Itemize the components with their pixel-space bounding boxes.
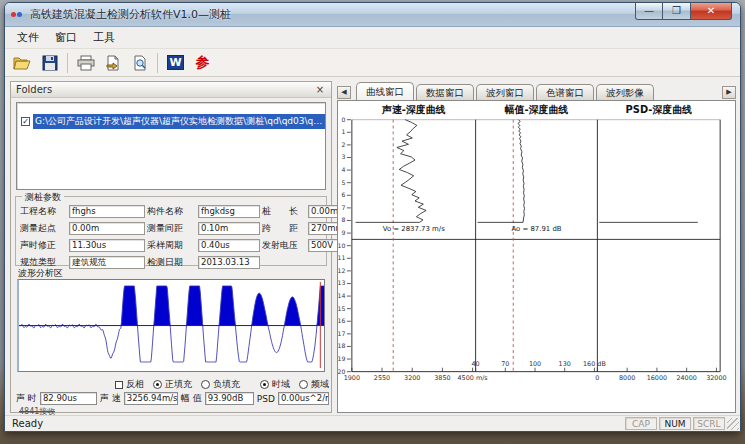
fill-negative-radio-circle[interactable] — [201, 380, 210, 389]
folder-item-label: G:\公司产品设计开发\超声仪器\超声仪实地检测数据\测桩\qd\qd03\qd… — [33, 114, 325, 129]
export-page-icon — [105, 55, 121, 71]
svg-text:4500 m/s: 4500 m/s — [458, 375, 489, 383]
waveform-svg — [19, 280, 324, 370]
svg-text:8: 8 — [342, 216, 346, 223]
reading-value-3[interactable]: 0.00us^2/m — [278, 392, 329, 405]
parameters-button[interactable]: 参 — [189, 51, 216, 75]
status-cell-scrl: SCRL — [693, 417, 725, 430]
resize-grip[interactable] — [727, 418, 739, 430]
folders-close-icon[interactable]: × — [314, 84, 326, 95]
app-icon — [11, 9, 25, 21]
clipped-status-text: 4841接收 — [19, 406, 55, 415]
menu-item-2[interactable]: 工具 — [85, 27, 123, 48]
print-preview-icon — [132, 55, 148, 71]
tab-0[interactable]: 曲线窗口 — [356, 82, 414, 100]
svg-text:Ao = 87.91 dB: Ao = 87.91 dB — [511, 225, 561, 233]
param-label-10: 检测日期 — [147, 256, 196, 269]
tab-3[interactable]: 色谱窗口 — [536, 84, 594, 100]
svg-text:5: 5 — [342, 179, 346, 186]
reading-value-2[interactable]: 93.90dB — [205, 392, 254, 405]
svg-text:0: 0 — [342, 116, 346, 123]
svg-text:100: 100 — [529, 360, 541, 368]
depth-charts-area[interactable]: 01234567891011121314151617181920声速-深度曲线1… — [337, 100, 736, 413]
tab-2[interactable]: 波列窗口 — [476, 84, 534, 100]
status-ready-text: Ready — [12, 418, 43, 429]
tab-1[interactable]: 数据窗口 — [416, 84, 474, 100]
tab-strip: ◀曲线窗口数据窗口波列窗口色谱窗口波列影像▶ — [337, 82, 736, 100]
folders-panel: Folders × ✓G:\公司产品设计开发\超声仪器\超声仪实地检测数据\测桩… — [10, 81, 332, 413]
parameters-icon: 参 — [196, 54, 210, 72]
reading-value-0[interactable]: 82.90us — [40, 392, 97, 405]
pile-parameters-title: 测桩参数 — [22, 191, 64, 204]
reading-value-1[interactable]: 3256.94m/s — [124, 392, 178, 405]
maximize-button[interactable]: ❐ — [663, 3, 690, 20]
preview-button[interactable] — [126, 51, 153, 75]
svg-text:19: 19 — [338, 355, 346, 362]
invert-checkbox[interactable]: 反相 — [115, 378, 144, 391]
svg-text:12: 12 — [338, 267, 346, 274]
word-export-button[interactable]: W — [162, 51, 189, 75]
param-value-1[interactable]: fhgkdsg — [198, 205, 260, 218]
time-domain-radio[interactable]: 时域 — [260, 378, 290, 391]
tab-4[interactable]: 波列影像 — [596, 84, 654, 100]
title-bar[interactable]: 高铁建筑混凝土检测分析软件V1.0—测桩 — ❐ ✕ — [5, 3, 740, 27]
export-button[interactable] — [99, 51, 126, 75]
param-value-10[interactable]: 2013.03.13 — [198, 256, 260, 269]
tab-scroll-right-icon[interactable]: ▶ — [722, 86, 736, 99]
svg-text:130: 130 — [559, 360, 571, 368]
time-domain-radio-circle[interactable] — [260, 380, 269, 389]
save-button[interactable] — [36, 51, 63, 75]
client-area: Folders × ✓G:\公司产品设计开发\超声仪器\超声仪实地检测数据\测桩… — [5, 79, 740, 415]
status-indicator-cells: CAPNUMSCRL — [625, 417, 725, 430]
folder-list-item[interactable]: ✓G:\公司产品设计开发\超声仪器\超声仪实地检测数据\测桩\qd\qd03\q… — [17, 114, 325, 128]
param-value-7[interactable]: 0.40us — [198, 239, 260, 252]
svg-text:PSD-深度曲线: PSD-深度曲线 — [626, 104, 693, 115]
display-options: 反相 正填充 负填充 时域 频域 — [115, 378, 329, 391]
freq-domain-radio[interactable]: 频域 — [299, 378, 329, 391]
menu-item-0[interactable]: 文件 — [9, 27, 47, 48]
item-checkbox[interactable]: ✓ — [21, 117, 30, 126]
fill-negative-label: 负填充 — [213, 378, 240, 391]
waveform-box[interactable] — [17, 279, 325, 372]
fill-positive-radio-circle[interactable] — [153, 380, 162, 389]
param-value-4[interactable]: 0.10m — [198, 222, 260, 235]
svg-text:11: 11 — [338, 254, 346, 261]
status-cell-cap: CAP — [625, 417, 657, 430]
menu-item-1[interactable]: 窗口 — [47, 27, 85, 48]
param-label-8: 发射电压 — [262, 239, 306, 252]
invert-checkbox-box[interactable] — [115, 381, 123, 389]
menu-bar: 文件窗口工具 — [5, 27, 740, 49]
svg-text:160 dB: 160 dB — [583, 360, 606, 368]
word-icon: W — [167, 55, 184, 70]
reading-label-3: PSD — [257, 394, 275, 404]
svg-text:8000: 8000 — [619, 375, 635, 383]
param-value-3[interactable]: 0.00m — [69, 222, 145, 235]
time-domain-label: 时域 — [272, 378, 290, 391]
fill-positive-radio[interactable]: 正填充 — [153, 378, 192, 391]
freq-domain-label: 频域 — [311, 378, 329, 391]
open-button[interactable] — [9, 51, 36, 75]
minimize-button[interactable]: — — [635, 3, 663, 20]
toolbar: W 参 — [5, 49, 740, 77]
param-value-0[interactable]: fhghs — [69, 205, 145, 218]
folder-list[interactable]: ✓G:\公司产品设计开发\超声仪器\超声仪实地检测数据\测桩\qd\qd03\q… — [16, 102, 326, 190]
svg-text:4: 4 — [342, 166, 346, 173]
svg-text:0: 0 — [595, 375, 599, 383]
svg-text:9: 9 — [342, 229, 346, 236]
folders-panel-header: Folders × — [11, 82, 331, 98]
tab-scroll-left-icon[interactable]: ◀ — [337, 86, 351, 99]
param-value-9[interactable]: 建筑规范 — [69, 256, 145, 269]
param-value-6[interactable]: 11.30us — [69, 239, 145, 252]
fill-negative-radio[interactable]: 负填充 — [201, 378, 240, 391]
reading-label-1: 声 速 — [100, 392, 121, 405]
param-label-3: 测量起点 — [20, 222, 67, 235]
svg-text:6: 6 — [342, 191, 346, 198]
print-button[interactable] — [72, 51, 99, 75]
svg-text:2550: 2550 — [374, 375, 390, 383]
param-label-7: 采样周期 — [147, 239, 196, 252]
toolbar-separator — [157, 53, 158, 73]
freq-domain-radio-circle[interactable] — [299, 380, 308, 389]
svg-text:18: 18 — [338, 342, 346, 349]
app-icon-dot-blue — [17, 12, 22, 17]
close-button[interactable]: ✕ — [690, 3, 732, 20]
